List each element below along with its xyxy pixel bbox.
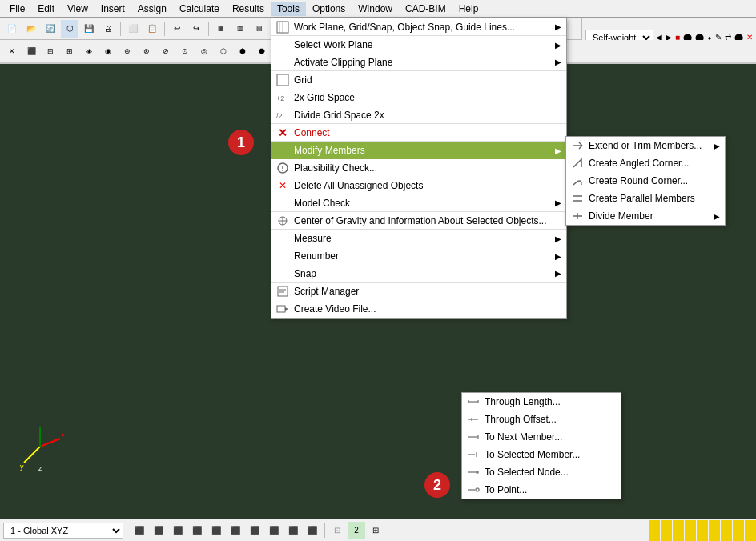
- menu-item-measure[interactable]: Measure ▶: [271, 230, 566, 247]
- t2-btn5[interactable]: ◈: [80, 42, 98, 60]
- t2-btn3[interactable]: ⊟: [42, 42, 59, 60]
- menu-assign[interactable]: Assign: [131, 2, 173, 16]
- toolbar-new[interactable]: 📄: [3, 20, 21, 38]
- divide-member-arrow: ▶: [714, 212, 720, 221]
- toolbar-b3[interactable]: ▤: [251, 20, 268, 38]
- renumber-arrow: ▶: [555, 252, 561, 261]
- menu-item-plausibility[interactable]: Plausibility Check...: [271, 159, 566, 177]
- to-point-icon: [467, 483, 480, 496]
- t2-btn10[interactable]: ⊙: [176, 42, 194, 60]
- menu-item-select-workplane[interactable]: Select Work Plane ▶: [271, 36, 566, 54]
- menu-item-connect[interactable]: ✕ Connect: [271, 124, 566, 142]
- status-snap3[interactable]: ⊞: [367, 522, 384, 539]
- menu-item-divide-member[interactable]: Divide Member ▶: [566, 207, 725, 225]
- toolbar-refresh[interactable]: 🔄: [42, 20, 59, 38]
- menu-item-snap[interactable]: Snap ▶: [271, 265, 566, 283]
- menu-item-to-next-member[interactable]: To Next Member...: [462, 428, 621, 446]
- status-btn8[interactable]: ⬛: [265, 522, 283, 539]
- menu-item-through-offset[interactable]: Through Offset...: [462, 411, 621, 428]
- menu-tools[interactable]: Tools: [271, 2, 306, 16]
- t2-btn11[interactable]: ◎: [195, 42, 213, 60]
- t2-btn7[interactable]: ⊕: [119, 42, 136, 60]
- t2-btn4[interactable]: ⊞: [61, 42, 78, 60]
- status-bar: 1 - Global XYZ ⬛ ⬛ ⬛ ⬛ ⬛ ⬛ ⬛ ⬛ ⬛ ⬛ ⊡ 2 ⊞: [0, 519, 756, 541]
- ind1: [649, 520, 660, 541]
- menu-item-delete-unassigned[interactable]: ✕ Delete All Unassigned Objects: [271, 177, 566, 194]
- menu-edit[interactable]: Edit: [31, 2, 61, 16]
- sep2: [164, 22, 165, 36]
- status-btn5[interactable]: ⬛: [207, 522, 225, 539]
- parallel-members-icon: [571, 192, 584, 205]
- status-btn10[interactable]: ⬛: [304, 522, 321, 539]
- workplane-icon: [276, 21, 289, 34]
- model-check-arrow: ▶: [555, 198, 561, 207]
- menu-item-extend-trim[interactable]: Extend or Trim Members... ▶: [566, 137, 725, 154]
- t2-btn9[interactable]: ⊘: [157, 42, 175, 60]
- menu-item-grid[interactable]: Grid: [271, 71, 566, 89]
- menu-results[interactable]: Results: [226, 2, 271, 16]
- menu-item-2x-grid[interactable]: +2 2x Grid Space: [271, 89, 566, 106]
- toolbar-b1[interactable]: ▦: [212, 20, 230, 38]
- t2-btn12[interactable]: ⬡: [215, 42, 232, 60]
- menu-window[interactable]: Window: [352, 2, 399, 16]
- status-sep3: [388, 523, 388, 538]
- status-btn4[interactable]: ⬛: [188, 522, 206, 539]
- status-snap2[interactable]: 2: [348, 522, 365, 539]
- menu-item-renumber[interactable]: Renumber ▶: [271, 247, 566, 265]
- t2-btn1[interactable]: ✕: [3, 42, 21, 60]
- t2-btn13[interactable]: ⬢: [234, 42, 251, 60]
- menu-calculate[interactable]: Calculate: [173, 2, 226, 16]
- menu-item-clipping[interactable]: Activate Clipping Plane ▶: [271, 54, 566, 71]
- menu-item-to-selected-node[interactable]: To Selected Node...: [462, 463, 621, 481]
- menu-item-angled-corner[interactable]: Create Angled Corner...: [566, 154, 725, 172]
- ind9: [745, 520, 756, 541]
- toolbar-print[interactable]: 🖨: [99, 20, 117, 38]
- ind6: [709, 520, 720, 541]
- toolbar-paste[interactable]: 📋: [143, 20, 161, 38]
- menu-item-script[interactable]: Script Manager: [271, 283, 566, 300]
- menu-item-workplane[interactable]: Work Plane, Grid/Snap, Object Snap, Guid…: [271, 18, 566, 36]
- t2-btn8[interactable]: ⊗: [138, 42, 155, 60]
- coordinate-system-combo[interactable]: 1 - Global XYZ: [3, 523, 123, 539]
- menu-options[interactable]: Options: [306, 2, 352, 16]
- svg-text:x: x: [62, 431, 64, 439]
- status-btn1[interactable]: ⬛: [131, 522, 148, 539]
- gravity-icon: [276, 214, 289, 227]
- svg-text:/2: /2: [276, 112, 283, 120]
- menu-view[interactable]: View: [61, 2, 94, 16]
- toolbar-model[interactable]: ⬡: [61, 20, 78, 38]
- status-sep1: [127, 523, 127, 538]
- menu-cad-bim[interactable]: CAD-BIM: [399, 2, 452, 16]
- menu-item-parallel-members[interactable]: Create Parallel Members: [566, 190, 725, 207]
- video-icon: [276, 303, 289, 315]
- t2-btn14[interactable]: ⬣: [253, 42, 271, 60]
- menu-item-video[interactable]: Create Video File...: [271, 300, 566, 318]
- menu-insert[interactable]: Insert: [94, 2, 131, 16]
- toolbar-copy[interactable]: ⬜: [124, 20, 142, 38]
- menu-item-modify-members[interactable]: Modify Members ▶: [271, 142, 566, 159]
- status-btn3[interactable]: ⬛: [169, 522, 187, 539]
- toolbar-redo[interactable]: ↪: [187, 20, 205, 38]
- menu-item-model-check[interactable]: Model Check ▶: [271, 194, 566, 212]
- menu-file[interactable]: File: [3, 2, 31, 16]
- toolbar-undo[interactable]: ↩: [168, 20, 186, 38]
- t2-btn6[interactable]: ◉: [99, 42, 117, 60]
- toolbar-open[interactable]: 📂: [22, 20, 40, 38]
- menu-help[interactable]: Help: [452, 2, 485, 16]
- status-btn2[interactable]: ⬛: [150, 522, 167, 539]
- svg-text:y: y: [20, 463, 24, 471]
- status-snap1[interactable]: ⊡: [328, 522, 346, 539]
- toolbar-b2[interactable]: ▥: [231, 20, 249, 38]
- menu-item-through-length[interactable]: Through Length...: [462, 393, 621, 411]
- status-btn9[interactable]: ⬛: [284, 522, 302, 539]
- menu-item-to-point[interactable]: To Point...: [462, 481, 621, 499]
- status-btn7[interactable]: ⬛: [246, 522, 263, 539]
- menu-item-divide-grid[interactable]: /2 Divide Grid Space 2x: [271, 106, 566, 124]
- axis-indicator: x y z: [16, 423, 64, 471]
- status-btn6[interactable]: ⬛: [227, 522, 244, 539]
- t2-btn2[interactable]: ⬛: [22, 42, 40, 60]
- menu-item-round-corner[interactable]: Create Round Corner...: [566, 172, 725, 190]
- menu-item-to-selected-member[interactable]: To Selected Member...: [462, 446, 621, 463]
- toolbar-save[interactable]: 💾: [80, 20, 98, 38]
- menu-item-gravity[interactable]: Center of Gravity and Information About …: [271, 212, 566, 230]
